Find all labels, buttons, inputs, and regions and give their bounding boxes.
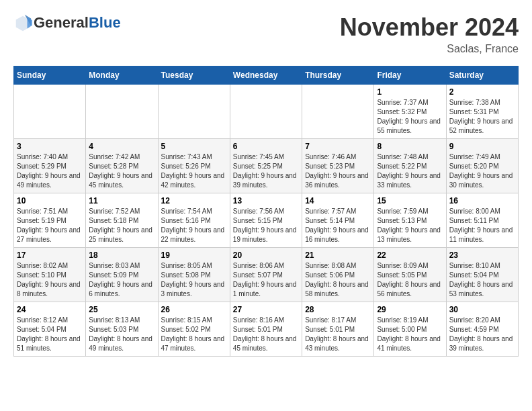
day-info: Sunrise: 7:54 AM Sunset: 5:16 PM Dayligh…	[161, 207, 227, 244]
calendar-cell: 13Sunrise: 7:56 AM Sunset: 5:15 PM Dayli…	[230, 193, 302, 248]
calendar-cell: 25Sunrise: 8:13 AM Sunset: 5:03 PM Dayli…	[86, 302, 158, 357]
day-info: Sunrise: 7:40 AM Sunset: 5:29 PM Dayligh…	[17, 152, 83, 190]
calendar-cell: 19Sunrise: 8:05 AM Sunset: 5:08 PM Dayli…	[158, 248, 230, 302]
day-number: 16	[449, 196, 515, 205]
day-number: 24	[17, 305, 83, 314]
calendar-cell: 24Sunrise: 8:12 AM Sunset: 5:04 PM Dayli…	[14, 302, 86, 357]
day-number: 7	[305, 142, 371, 151]
day-info: Sunrise: 8:08 AM Sunset: 5:06 PM Dayligh…	[305, 261, 371, 299]
calendar-cell: 8Sunrise: 7:48 AM Sunset: 5:22 PM Daylig…	[374, 139, 446, 193]
weekday-header-saturday: Saturday	[446, 66, 518, 85]
page-header: GeneralBlue November 2024 Saclas, France	[13, 13, 519, 55]
calendar-table: SundayMondayTuesdayWednesdayThursdayFrid…	[13, 66, 519, 357]
day-info: Sunrise: 7:42 AM Sunset: 5:28 PM Dayligh…	[89, 152, 154, 190]
weekday-header-thursday: Thursday	[302, 66, 374, 85]
logo-icon	[13, 13, 32, 32]
calendar-week-5: 24Sunrise: 8:12 AM Sunset: 5:04 PM Dayli…	[14, 302, 519, 357]
logo: GeneralBlue	[13, 13, 121, 32]
calendar-cell: 16Sunrise: 8:00 AM Sunset: 5:11 PM Dayli…	[446, 193, 518, 248]
day-number: 5	[161, 142, 227, 151]
calendar-cell	[230, 85, 302, 139]
month-title: November 2024	[340, 13, 519, 42]
calendar-cell: 15Sunrise: 7:59 AM Sunset: 5:13 PM Dayli…	[374, 193, 446, 248]
day-number: 4	[89, 142, 154, 151]
calendar-week-1: 1Sunrise: 7:37 AM Sunset: 5:32 PM Daylig…	[14, 85, 519, 139]
day-number: 12	[161, 196, 227, 205]
calendar-cell: 30Sunrise: 8:20 AM Sunset: 4:59 PM Dayli…	[446, 302, 518, 357]
day-number: 28	[305, 305, 371, 314]
day-number: 9	[449, 142, 515, 151]
calendar-cell: 1Sunrise: 7:37 AM Sunset: 5:32 PM Daylig…	[374, 85, 446, 139]
calendar-cell	[302, 85, 374, 139]
calendar-cell: 6Sunrise: 7:45 AM Sunset: 5:25 PM Daylig…	[230, 139, 302, 193]
day-info: Sunrise: 7:59 AM Sunset: 5:13 PM Dayligh…	[377, 207, 443, 244]
calendar-cell: 5Sunrise: 7:43 AM Sunset: 5:26 PM Daylig…	[158, 139, 230, 193]
day-info: Sunrise: 7:45 AM Sunset: 5:25 PM Dayligh…	[233, 152, 299, 190]
day-info: Sunrise: 7:48 AM Sunset: 5:22 PM Dayligh…	[377, 152, 443, 190]
day-number: 6	[233, 142, 299, 151]
day-number: 13	[233, 196, 299, 205]
calendar-cell: 7Sunrise: 7:46 AM Sunset: 5:23 PM Daylig…	[302, 139, 374, 193]
day-info: Sunrise: 8:20 AM Sunset: 4:59 PM Dayligh…	[449, 316, 515, 353]
day-number: 25	[89, 305, 154, 314]
calendar-cell: 9Sunrise: 7:49 AM Sunset: 5:20 PM Daylig…	[446, 139, 518, 193]
day-number: 29	[377, 305, 443, 314]
day-number: 1	[377, 87, 443, 97]
day-number: 17	[17, 250, 83, 260]
calendar-cell	[86, 85, 158, 139]
day-info: Sunrise: 8:12 AM Sunset: 5:04 PM Dayligh…	[17, 316, 83, 353]
calendar-week-3: 10Sunrise: 7:51 AM Sunset: 5:19 PM Dayli…	[14, 193, 519, 248]
day-info: Sunrise: 7:38 AM Sunset: 5:31 PM Dayligh…	[449, 98, 515, 136]
day-info: Sunrise: 8:05 AM Sunset: 5:08 PM Dayligh…	[161, 261, 227, 299]
calendar-cell: 17Sunrise: 8:02 AM Sunset: 5:10 PM Dayli…	[14, 248, 86, 302]
day-info: Sunrise: 7:56 AM Sunset: 5:15 PM Dayligh…	[233, 207, 299, 244]
calendar-cell: 11Sunrise: 7:52 AM Sunset: 5:18 PM Dayli…	[86, 193, 158, 248]
calendar-cell: 27Sunrise: 8:16 AM Sunset: 5:01 PM Dayli…	[230, 302, 302, 357]
day-info: Sunrise: 8:03 AM Sunset: 5:09 PM Dayligh…	[89, 261, 154, 299]
day-number: 23	[449, 250, 515, 260]
day-info: Sunrise: 7:37 AM Sunset: 5:32 PM Dayligh…	[377, 98, 443, 136]
day-number: 8	[377, 142, 443, 151]
day-number: 11	[89, 196, 154, 205]
calendar-cell: 26Sunrise: 8:15 AM Sunset: 5:02 PM Dayli…	[158, 302, 230, 357]
logo-blue-text: Blue	[89, 14, 121, 31]
day-number: 2	[449, 87, 515, 97]
day-number: 22	[377, 250, 443, 260]
day-info: Sunrise: 8:19 AM Sunset: 5:00 PM Dayligh…	[377, 316, 443, 353]
day-info: Sunrise: 7:57 AM Sunset: 5:14 PM Dayligh…	[305, 207, 371, 244]
location-text: Saclas, France	[340, 43, 519, 55]
calendar-cell: 20Sunrise: 8:06 AM Sunset: 5:07 PM Dayli…	[230, 248, 302, 302]
calendar-cell: 3Sunrise: 7:40 AM Sunset: 5:29 PM Daylig…	[14, 139, 86, 193]
calendar-cell: 14Sunrise: 7:57 AM Sunset: 5:14 PM Dayli…	[302, 193, 374, 248]
day-info: Sunrise: 8:06 AM Sunset: 5:07 PM Dayligh…	[233, 261, 299, 299]
day-info: Sunrise: 8:09 AM Sunset: 5:05 PM Dayligh…	[377, 261, 443, 299]
calendar-week-4: 17Sunrise: 8:02 AM Sunset: 5:10 PM Dayli…	[14, 248, 519, 302]
day-info: Sunrise: 8:17 AM Sunset: 5:01 PM Dayligh…	[305, 316, 371, 353]
day-info: Sunrise: 8:16 AM Sunset: 5:01 PM Dayligh…	[233, 316, 299, 353]
calendar-cell	[14, 85, 86, 139]
weekday-header-monday: Monday	[86, 66, 158, 85]
weekday-header-row: SundayMondayTuesdayWednesdayThursdayFrid…	[14, 66, 519, 85]
day-info: Sunrise: 8:15 AM Sunset: 5:02 PM Dayligh…	[161, 316, 227, 353]
calendar-cell: 28Sunrise: 8:17 AM Sunset: 5:01 PM Dayli…	[302, 302, 374, 357]
day-number: 27	[233, 305, 299, 314]
calendar-cell: 10Sunrise: 7:51 AM Sunset: 5:19 PM Dayli…	[14, 193, 86, 248]
calendar-cell: 4Sunrise: 7:42 AM Sunset: 5:28 PM Daylig…	[86, 139, 158, 193]
day-info: Sunrise: 7:51 AM Sunset: 5:19 PM Dayligh…	[17, 207, 83, 244]
weekday-header-sunday: Sunday	[14, 66, 86, 85]
day-number: 18	[89, 250, 154, 260]
logo-general-text: General	[34, 14, 89, 31]
day-number: 20	[233, 250, 299, 260]
calendar-cell: 2Sunrise: 7:38 AM Sunset: 5:31 PM Daylig…	[446, 85, 518, 139]
day-info: Sunrise: 8:00 AM Sunset: 5:11 PM Dayligh…	[449, 207, 515, 244]
calendar-cell: 29Sunrise: 8:19 AM Sunset: 5:00 PM Dayli…	[374, 302, 446, 357]
calendar-cell: 23Sunrise: 8:10 AM Sunset: 5:04 PM Dayli…	[446, 248, 518, 302]
day-number: 19	[161, 250, 227, 260]
day-number: 14	[305, 196, 371, 205]
calendar-cell: 22Sunrise: 8:09 AM Sunset: 5:05 PM Dayli…	[374, 248, 446, 302]
day-info: Sunrise: 7:46 AM Sunset: 5:23 PM Dayligh…	[305, 152, 371, 190]
weekday-header-friday: Friday	[374, 66, 446, 85]
calendar-cell: 12Sunrise: 7:54 AM Sunset: 5:16 PM Dayli…	[158, 193, 230, 248]
day-number: 3	[17, 142, 83, 151]
day-number: 10	[17, 196, 83, 205]
